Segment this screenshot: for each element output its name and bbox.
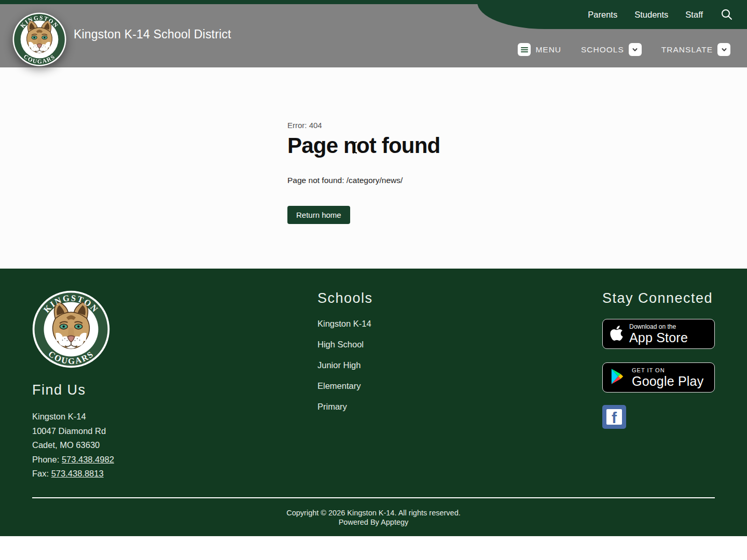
google-play-icon [610,368,626,387]
facebook-icon[interactable]: f [602,405,626,429]
not-found-message: Page not found: /category/news/ [287,176,747,185]
site-footer: KINGSTON COUGARS Find Us Kingston K-14 1… [0,269,747,536]
chevron-down-icon [629,43,642,56]
footer-divider [32,497,715,498]
site-header: Parents Students Staff [0,0,747,67]
footer-schools-column: Schools Kingston K-14 High School Junior… [317,290,473,423]
address-city: Cadet, MO 63630 [32,438,219,453]
app-store-badge-title: App Store [629,331,688,344]
header-nav-row: MENU SCHOOLS TRANSLATE [518,43,730,56]
google-play-badge[interactable]: GET IT ON Google Play [602,362,715,393]
nav-link-students[interactable]: Students [634,10,668,20]
find-us-heading: Find Us [32,382,219,398]
app-store-badge-tagline: Download on the [629,324,688,330]
nav-link-staff[interactable]: Staff [685,10,703,20]
text-cursor-icon [352,141,358,156]
google-play-badge-title: Google Play [632,375,703,388]
phone-row: Phone: 573.438.4982 [32,453,219,467]
apple-icon [610,325,624,344]
nav-link-parents[interactable]: Parents [588,10,617,20]
fax-link[interactable]: 573.438.8813 [51,469,104,478]
menu-label: MENU [535,45,561,54]
google-play-badge-tagline: GET IT ON [632,368,703,373]
address-street: 10047 Diamond Rd [32,424,219,439]
footer-district-logo: KINGSTON COUGARS [32,290,110,368]
school-link-primary[interactable]: Primary [317,402,473,411]
hamburger-icon [518,43,531,56]
school-link-kingston-k14[interactable]: Kingston K-14 [317,319,473,328]
district-title[interactable]: Kingston K-14 School District [74,27,231,41]
search-icon[interactable] [720,8,734,21]
school-link-high-school[interactable]: High School [317,340,473,349]
phone-label: Phone: [32,455,59,464]
audience-nav: Parents Students Staff [588,0,734,29]
translate-label: TRANSLATE [661,45,713,54]
address-org: Kingston K-14 [32,410,219,424]
error-code-label: Error: 404 [287,121,747,130]
phone-link[interactable]: 573.438.4982 [62,455,114,464]
chevron-down-icon [717,43,730,56]
schools-heading: Schools [317,290,473,306]
footer-find-us-column: KINGSTON COUGARS Find Us Kingston K-14 1… [32,290,219,481]
translate-dropdown[interactable]: TRANSLATE [661,43,730,56]
district-logo[interactable]: KINGSTON COUGARS [12,12,66,66]
footer-stay-connected-column: Stay Connected Download on the App Store [602,290,727,429]
facebook-f-glyph: f [606,409,622,425]
schools-dropdown[interactable]: SCHOOLS [581,43,642,56]
schools-label: SCHOOLS [581,45,624,54]
school-link-elementary[interactable]: Elementary [317,382,473,390]
school-link-junior-high[interactable]: Junior High [317,361,473,370]
app-store-badge[interactable]: Download on the App Store [602,319,715,349]
stay-connected-heading: Stay Connected [602,290,727,306]
address-block: Kingston K-14 10047 Diamond Rd Cadet, MO… [32,410,219,481]
return-home-button[interactable]: Return home [287,206,350,224]
powered-by-line: Powered By Apptegy [0,518,747,527]
fax-label: Fax: [32,469,49,478]
main-content: Error: 404 Page not found Page not found… [0,67,747,269]
schools-link-list: Kingston K-14 High School Junior High El… [317,319,473,411]
fax-row: Fax: 573.438.8813 [32,467,219,481]
menu-button[interactable]: MENU [518,43,561,56]
copyright-block: Copyright © 2026 Kingston K-14. All righ… [0,509,747,527]
copyright-line: Copyright © 2026 Kingston K-14. All righ… [0,509,747,518]
